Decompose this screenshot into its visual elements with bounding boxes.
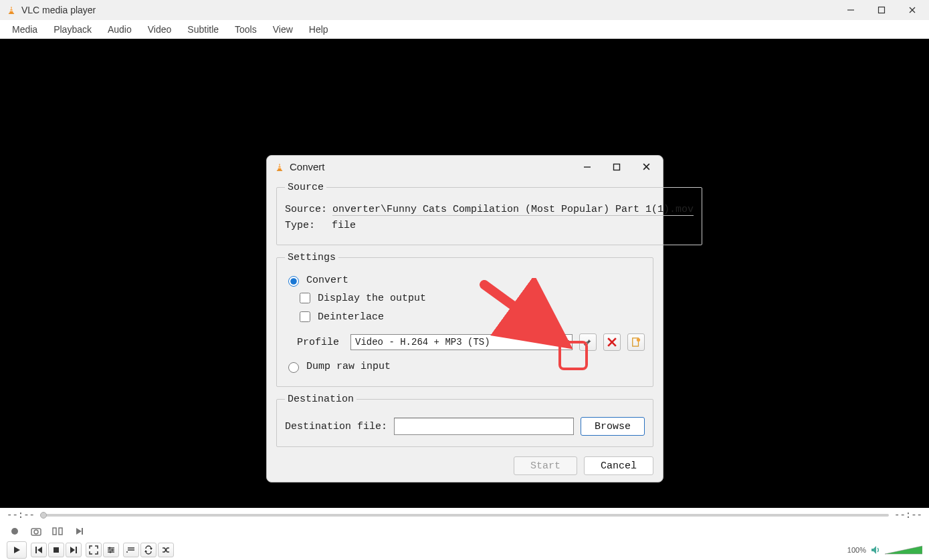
source-label: Source: — [285, 204, 327, 215]
chevron-down-icon — [562, 339, 569, 345]
new-profile-button[interactable] — [627, 333, 645, 351]
dump-raw-radio[interactable]: Dump raw input — [285, 360, 645, 373]
shuffle-button[interactable] — [158, 543, 174, 557]
seek-slider[interactable] — [40, 514, 889, 517]
menu-tools[interactable]: Tools — [227, 21, 265, 37]
svg-marker-28 — [76, 528, 82, 535]
svg-rect-26 — [53, 528, 56, 535]
svg-marker-34 — [70, 547, 75, 553]
svg-rect-5 — [879, 7, 885, 13]
svg-marker-46 — [144, 550, 147, 552]
fullscreen-button[interactable] — [86, 543, 102, 557]
profile-combobox[interactable]: Video - H.264 + MP3 (TS) — [350, 334, 573, 350]
dialog-titlebar: Convert — [267, 156, 663, 178]
menu-subtitle[interactable]: Subtitle — [179, 21, 227, 37]
new-document-icon — [631, 337, 641, 347]
snapshot-button[interactable] — [28, 524, 44, 539]
deinterlace-check[interactable]: Deinterlace — [297, 309, 645, 324]
svg-marker-16 — [562, 340, 569, 344]
toolbar-row-1 — [0, 523, 929, 540]
menu-help[interactable]: Help — [301, 21, 336, 37]
deinterlace-check-label: Deinterlace — [318, 311, 384, 323]
svg-marker-32 — [37, 547, 42, 553]
convert-radio[interactable]: Convert — [285, 274, 645, 287]
source-legend: Source — [285, 182, 326, 193]
volume-area: 100% — [847, 545, 922, 555]
edit-profile-button[interactable] — [579, 333, 597, 351]
convert-radio-input[interactable] — [288, 276, 299, 287]
svg-rect-33 — [54, 547, 59, 553]
window-controls — [835, 0, 928, 20]
window-close-button[interactable] — [897, 0, 928, 20]
window-minimize-button[interactable] — [835, 0, 866, 20]
x-icon — [607, 337, 617, 347]
volume-label: 100% — [847, 546, 866, 554]
svg-marker-47 — [871, 546, 876, 554]
browse-button[interactable]: Browse — [581, 417, 645, 436]
delete-profile-button[interactable] — [603, 333, 621, 351]
stop-button[interactable] — [48, 543, 64, 557]
svg-rect-29 — [82, 528, 83, 535]
deinterlace-check-input[interactable] — [300, 311, 310, 322]
menu-audio[interactable]: Audio — [100, 21, 140, 37]
profile-value: Video - H.264 + MP3 (TS) — [355, 337, 490, 347]
menu-video[interactable]: Video — [140, 21, 180, 37]
previous-button[interactable] — [31, 543, 47, 557]
destination-file-input[interactable] — [394, 418, 574, 435]
menu-view[interactable]: View — [265, 21, 301, 37]
display-output-check[interactable]: Display the output — [297, 291, 645, 305]
destination-legend: Destination — [285, 394, 356, 405]
loop-button[interactable] — [140, 543, 157, 557]
display-output-check-input[interactable] — [300, 293, 310, 303]
dump-raw-radio-input[interactable] — [288, 362, 299, 373]
toolbar-row-2: 100% — [0, 540, 929, 560]
record-button[interactable] — [7, 524, 23, 539]
dump-raw-radio-label: Dump raw input — [306, 361, 391, 372]
svg-rect-13 — [614, 164, 620, 170]
wrench-icon — [583, 337, 593, 347]
atob-loop-button[interactable] — [49, 524, 66, 539]
settings-legend: Settings — [285, 252, 338, 263]
window-title: VLC media player — [21, 5, 96, 15]
svg-rect-10 — [278, 167, 282, 168]
playlist-button[interactable] — [123, 543, 139, 557]
source-path: onverter\Funny Cats Compilation (Most Po… — [332, 204, 694, 216]
frame-step-button[interactable] — [71, 524, 87, 539]
type-value: file — [332, 220, 694, 231]
play-button[interactable] — [7, 541, 27, 559]
cancel-button[interactable]: Cancel — [584, 456, 653, 475]
svg-point-25 — [34, 530, 38, 534]
window-maximize-button[interactable] — [866, 0, 897, 20]
destination-label: Destination file: — [285, 421, 387, 432]
seek-thumb[interactable] — [40, 512, 47, 519]
svg-point-23 — [11, 528, 18, 535]
dialog-minimize-button[interactable] — [573, 157, 601, 177]
dialog-title: Convert — [290, 161, 325, 172]
svg-point-41 — [110, 551, 112, 553]
display-output-check-label: Display the output — [318, 293, 426, 304]
svg-rect-31 — [35, 547, 37, 553]
svg-marker-45 — [150, 548, 152, 550]
extended-settings-button[interactable] — [103, 543, 119, 557]
menu-playback[interactable]: Playback — [45, 21, 100, 37]
next-button[interactable] — [66, 543, 82, 557]
titlebar: VLC media player — [0, 0, 929, 20]
convert-dialog: Convert Source Source: onverter\Funny Ca… — [266, 155, 663, 482]
dialog-maximize-button[interactable] — [603, 157, 631, 177]
svg-marker-8 — [278, 163, 282, 170]
svg-rect-9 — [278, 165, 281, 166]
speaker-icon[interactable] — [870, 545, 881, 555]
svg-point-20 — [637, 338, 640, 341]
type-label: Type: — [285, 220, 326, 231]
dialog-close-button[interactable] — [632, 157, 660, 177]
vlc-cone-icon — [7, 5, 16, 15]
profile-label: Profile — [297, 337, 344, 348]
menu-media[interactable]: Media — [4, 21, 45, 37]
start-button[interactable]: Start — [514, 456, 577, 475]
svg-marker-30 — [14, 547, 20, 553]
svg-rect-2 — [10, 11, 13, 11]
menubar: Media Playback Audio Video Subtitle Tool… — [0, 20, 929, 39]
settings-group: Settings Convert Display the output Dein… — [276, 252, 653, 387]
volume-slider[interactable] — [885, 545, 922, 555]
svg-marker-0 — [9, 6, 13, 13]
